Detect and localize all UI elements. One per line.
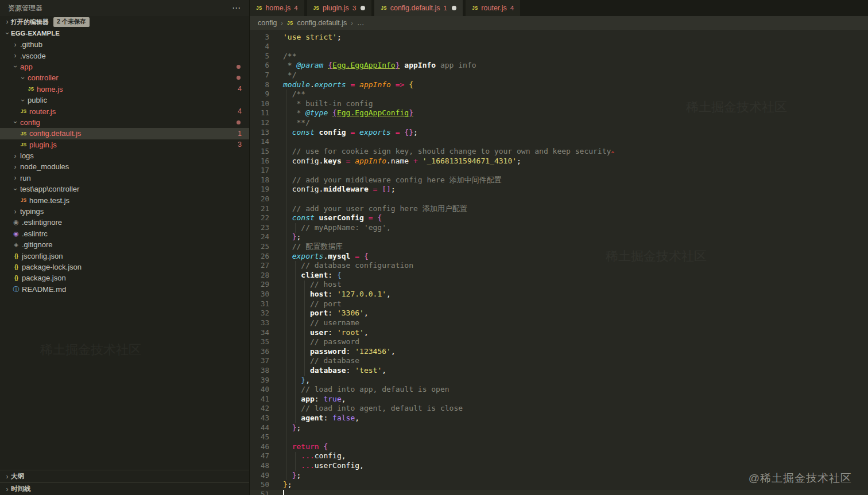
token bbox=[283, 376, 301, 384]
code-text: // use for cookie sign key, should chang… bbox=[269, 147, 614, 157]
tree-item-router.js[interactable]: JSrouter.js4 bbox=[0, 106, 249, 116]
breadcrumb-file[interactable]: config.default.js bbox=[297, 19, 347, 27]
tree-item-logs[interactable]: ›logs bbox=[0, 150, 249, 161]
token: true bbox=[323, 395, 341, 403]
token: false bbox=[332, 414, 355, 422]
tree-item-plugin.js[interactable]: JSplugin.js3 bbox=[0, 139, 249, 150]
tree-item-.github[interactable]: ›.github bbox=[0, 39, 249, 50]
token: * bbox=[283, 61, 296, 69]
token bbox=[283, 414, 301, 422]
tree-item-label: .github bbox=[20, 40, 42, 49]
tree-item-config.default.js[interactable]: JSconfig.default.js1 bbox=[0, 128, 249, 139]
breadcrumb-folder[interactable]: config bbox=[258, 19, 277, 27]
token: host bbox=[310, 290, 328, 298]
token: } bbox=[409, 108, 413, 117]
watermark: @稀土掘金技术社区 bbox=[749, 471, 852, 486]
tree-item-package-lock.json[interactable]: {}package-lock.json bbox=[0, 262, 249, 272]
tree-item-.vscode[interactable]: ›.vscode bbox=[0, 50, 249, 61]
tree-item-.gitignore[interactable]: ◈.gitignore bbox=[0, 239, 249, 250]
line-number: 31 bbox=[250, 299, 269, 309]
code-line: 15 // use for cookie sign key, should ch… bbox=[250, 147, 868, 157]
line-number: 21 bbox=[250, 204, 269, 214]
tree-item-README.md[interactable]: ⓘREADME.md bbox=[0, 284, 249, 295]
tree-item-config[interactable]: ›config bbox=[0, 117, 249, 128]
token: const bbox=[292, 213, 315, 222]
tree-item-node-modules[interactable]: ›node_modules bbox=[0, 161, 249, 172]
tree-item-package.json[interactable]: {}package.json bbox=[0, 272, 249, 283]
js-icon: JS bbox=[19, 142, 28, 147]
outline-section[interactable]: › 大纲 bbox=[0, 470, 249, 482]
token bbox=[283, 395, 301, 403]
token: } bbox=[301, 376, 305, 384]
token: // database bbox=[283, 356, 359, 365]
token bbox=[283, 309, 310, 317]
tab-error-badge: 3 bbox=[352, 5, 356, 11]
tree-item-.eslintrc[interactable]: ◉.eslintrc bbox=[0, 228, 249, 239]
timeline-section[interactable]: › 时间线 bbox=[0, 482, 249, 495]
line-number: 41 bbox=[250, 395, 269, 404]
js-icon: JS bbox=[19, 131, 28, 137]
tree-item-app[interactable]: ›app bbox=[0, 61, 249, 72]
code-line: 36 password: '123456', bbox=[250, 347, 868, 357]
tree-item-run[interactable]: ›run bbox=[0, 173, 249, 184]
token: appInfo bbox=[355, 157, 386, 165]
more-actions-icon[interactable]: ⋯ bbox=[232, 3, 241, 13]
code-line: 5/** bbox=[250, 52, 868, 61]
chevron-right-icon: › bbox=[11, 174, 19, 182]
tree-item-controller[interactable]: ›controller bbox=[0, 72, 249, 83]
token bbox=[283, 366, 310, 375]
code-line: 4 bbox=[250, 42, 868, 52]
js-icon: JS bbox=[19, 108, 28, 114]
code-text: ...config, bbox=[269, 451, 346, 461]
token: ; bbox=[517, 157, 521, 165]
tree-item-.eslintignore[interactable]: ◉.eslintignore bbox=[0, 217, 249, 228]
project-root-header[interactable]: › EGG-EXAMPLE bbox=[0, 28, 249, 39]
code-text: }; bbox=[269, 232, 301, 242]
tree-item-test-app-controller[interactable]: ›test\app\controller bbox=[0, 184, 249, 194]
code-line: 45 bbox=[250, 432, 868, 442]
modified-dot bbox=[237, 76, 241, 80]
tree-item-typings[interactable]: ›typings bbox=[0, 206, 249, 217]
breadcrumb-more[interactable]: … bbox=[357, 19, 365, 27]
tree-item-label: home.js bbox=[37, 85, 63, 93]
chevron-right-icon: › bbox=[3, 473, 11, 481]
line-number: 48 bbox=[250, 461, 269, 471]
line-number: 3 bbox=[250, 33, 269, 42]
code-text: const config = exports = {}; bbox=[269, 128, 418, 138]
tree-item-home.js[interactable]: JShome.js4 bbox=[0, 84, 249, 95]
eslint-icon: ◉ bbox=[11, 230, 21, 237]
open-editors-section[interactable]: › 打开的编辑器 2 个未保存 bbox=[0, 16, 249, 28]
tree-item-home.test.js[interactable]: JShome.test.js bbox=[0, 194, 249, 205]
token: 'root' bbox=[337, 328, 364, 337]
token: { bbox=[337, 271, 342, 279]
code-text: // database bbox=[269, 356, 359, 366]
tree-item-jsconfig.json[interactable]: {}jsconfig.json bbox=[0, 250, 249, 261]
chevron-down-icon: › bbox=[11, 185, 20, 193]
json-icon: {} bbox=[11, 264, 21, 270]
tab-plugin.js[interactable]: JSplugin.js3 bbox=[307, 0, 372, 16]
tree-item-label: README.md bbox=[22, 285, 66, 294]
token: 'use strict' bbox=[283, 33, 337, 41]
tree-item-label: run bbox=[20, 174, 31, 182]
line-number: 32 bbox=[250, 309, 269, 318]
tab-config.default.js[interactable]: JSconfig.default.js1 bbox=[374, 0, 463, 16]
tree-item-public[interactable]: ›public bbox=[0, 95, 249, 106]
code-line: 35 // password bbox=[250, 337, 868, 347]
code-editor[interactable]: 23'use strict';45/**6 * @param {Egg.EggA… bbox=[250, 30, 868, 495]
line-number: 10 bbox=[250, 99, 269, 109]
line-number: 40 bbox=[250, 385, 269, 395]
code-text: 'use strict'; bbox=[269, 33, 342, 42]
js-icon: JS bbox=[381, 5, 386, 11]
tab-error-badge: 1 bbox=[444, 5, 447, 11]
code-line: 29 // host bbox=[250, 280, 868, 290]
token: // myAppName: 'egg', bbox=[283, 223, 391, 232]
tab-home.js[interactable]: JShome.js4 bbox=[250, 0, 304, 16]
tree-item-label: config bbox=[20, 118, 40, 127]
tab-router.js[interactable]: JSrouter.js4 bbox=[466, 0, 520, 16]
tree-item-label: public bbox=[28, 96, 47, 104]
error-count-badge: 3 bbox=[238, 141, 242, 149]
token: ; bbox=[296, 423, 301, 432]
token bbox=[283, 328, 310, 337]
token: return bbox=[292, 442, 319, 451]
token: '127.0.0.1' bbox=[337, 290, 386, 298]
